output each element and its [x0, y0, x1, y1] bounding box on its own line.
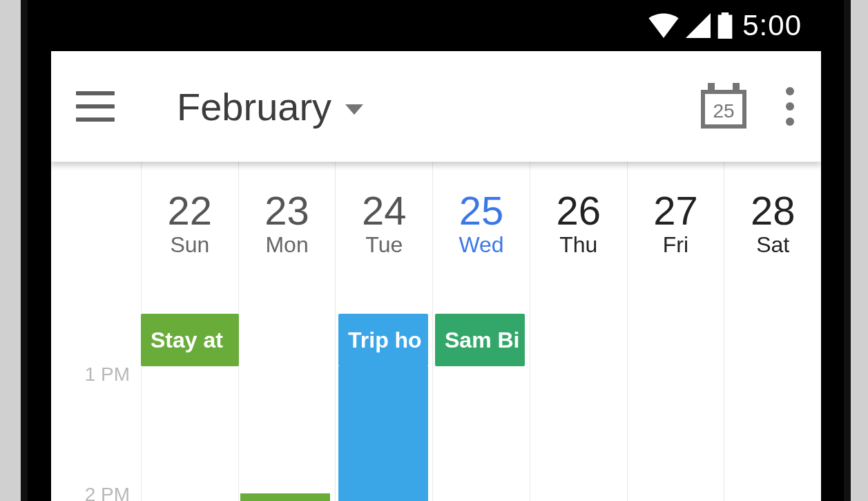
chevron-down-icon	[345, 104, 363, 115]
status-bar: 5:00	[51, 0, 821, 51]
day-number: 23	[239, 191, 336, 231]
status-icons	[648, 12, 733, 39]
day-number: 22	[142, 191, 238, 231]
day-header[interactable]: 27 Fri	[628, 162, 724, 258]
day-number: 27	[628, 191, 724, 231]
day-header[interactable]: 25 Wed	[433, 162, 530, 258]
day-header[interactable]: 28 Sat	[724, 162, 821, 258]
svg-rect-1	[722, 12, 729, 16]
today-button[interactable]: 25	[701, 84, 746, 129]
event-sam[interactable]: Sam Bi	[435, 314, 525, 366]
event-trip-timed[interactable]	[338, 366, 428, 501]
wifi-icon	[648, 13, 679, 38]
day-number: 24	[336, 191, 432, 231]
day-name: Sat	[724, 232, 821, 258]
menu-icon[interactable]	[76, 91, 115, 122]
app-bar: February 25	[51, 51, 821, 162]
day-number: 26	[530, 191, 627, 231]
event-stay-at[interactable]: Stay at	[141, 314, 239, 366]
day-name: Sun	[142, 232, 238, 258]
day-name: Mon	[239, 232, 336, 258]
device-frame: 5:00 February 25	[21, 0, 851, 501]
allday-row: Stay at Trip ho Sam Bi	[51, 314, 821, 369]
overflow-menu-icon[interactable]	[780, 87, 800, 126]
day-header[interactable]: 26 Thu	[530, 162, 627, 258]
day-number: 28	[724, 191, 821, 231]
day-name: Fri	[628, 232, 724, 258]
event-green-timed[interactable]	[240, 493, 330, 501]
day-header[interactable]: 23 Mon	[239, 162, 336, 258]
month-label: February	[177, 84, 331, 129]
day-header[interactable]: 22 Sun	[142, 162, 238, 258]
day-header[interactable]: 24 Tue	[336, 162, 432, 258]
battery-icon	[717, 12, 733, 39]
today-date-label: 25	[701, 94, 746, 129]
day-number: 25	[433, 191, 530, 231]
time-label-2pm: 2 PM	[51, 484, 134, 501]
day-name: Tue	[336, 232, 432, 258]
day-name: Thu	[530, 232, 627, 258]
cellular-icon	[686, 13, 711, 38]
screen: 5:00 February 25	[51, 0, 821, 501]
week-view: 1 PM 2 PM 22 Sun 23 Mon	[51, 162, 821, 501]
day-name: Wed	[433, 232, 530, 258]
status-time: 5:00	[742, 9, 802, 42]
svg-rect-0	[718, 15, 733, 39]
event-trip[interactable]: Trip ho	[338, 314, 428, 366]
month-dropdown[interactable]: February	[177, 84, 363, 129]
